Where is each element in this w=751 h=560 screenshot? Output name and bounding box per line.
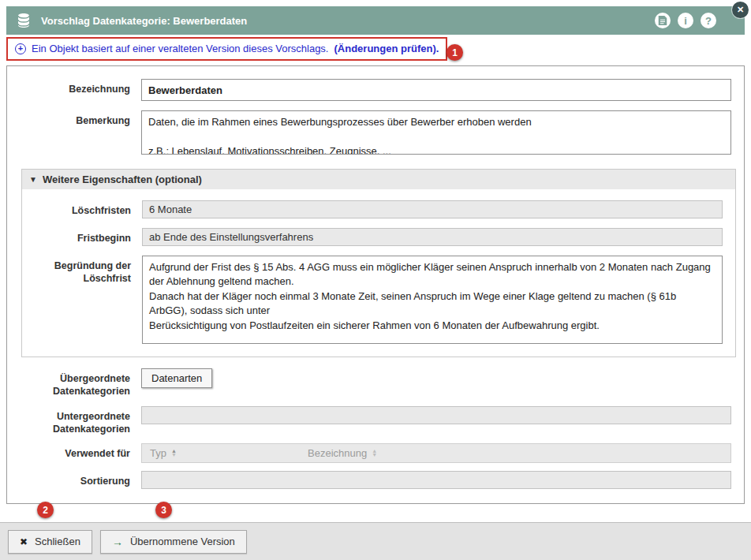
- notice-bar: + Ein Objekt basiert auf einer veraltete…: [6, 37, 745, 61]
- arrow-right-icon: →: [112, 536, 123, 548]
- weitere-eigenschaften-section: ▼ Weitere Eigenschaften (optional) Lösch…: [21, 169, 736, 357]
- untergeordnete-label: Untergeordnete Datenkategorien: [7, 406, 141, 436]
- close-x-icon: ✖: [20, 536, 28, 547]
- loeschfristen-row: Löschfristen: [22, 200, 735, 218]
- footer-toolbar: ✖ Schließen → Übernommene Version: [0, 522, 751, 560]
- uebergeordnete-label: Übergeordnete Datenkategorien: [7, 368, 141, 398]
- annotation-badge-2: 2: [37, 502, 54, 518]
- dialog-header: Vorschlag Datenkategorie: Bewerberdaten …: [6, 6, 745, 35]
- schliessen-button[interactable]: ✖ Schließen: [8, 530, 92, 554]
- vorschlag-datenkategorie-dialog: Vorschlag Datenkategorie: Bewerberdaten …: [6, 6, 745, 504]
- uebernommene-version-button[interactable]: → Übernommene Version: [100, 530, 247, 554]
- begruendung-label: Begründung der Löschfrist: [22, 256, 142, 344]
- column-header-bezeichnung[interactable]: Bezeichnung ▲▼: [300, 447, 377, 459]
- close-dialog-icon[interactable]: ✕: [732, 2, 749, 18]
- verwendet-fuer-label: Verwendet für: [7, 443, 141, 463]
- fristbeginn-input: [142, 228, 723, 246]
- bemerkung-label: Bemerkung: [7, 110, 141, 155]
- fristbeginn-row: Fristbeginn: [22, 228, 735, 246]
- column-header-typ[interactable]: Typ ▲▼: [142, 447, 300, 459]
- help-icon[interactable]: ?: [701, 13, 716, 28]
- dialog-title: Vorschlag Datenkategorie: Bewerberdaten: [41, 15, 247, 27]
- untergeordnete-input: [141, 406, 731, 424]
- document-icon[interactable]: [655, 13, 671, 28]
- sortierung-input: [141, 471, 731, 489]
- sort-icon-typ: ▲▼: [171, 450, 177, 456]
- info-icon[interactable]: i: [678, 13, 693, 28]
- bezeichnung-input[interactable]: [141, 79, 731, 101]
- weitere-eigenschaften-header[interactable]: ▼ Weitere Eigenschaften (optional): [22, 170, 735, 189]
- schliessen-button-label: Schließen: [35, 536, 80, 547]
- form-panel: Bezeichnung Bemerkung Daten, die im Rahm…: [6, 65, 745, 504]
- header-actions: i ?: [655, 13, 735, 28]
- uebernommene-version-label: Übernommene Version: [130, 536, 235, 547]
- begruendung-textarea[interactable]: Aufgrund der Frist des § 15 Abs. 4 AGG m…: [142, 256, 723, 344]
- database-icon: [16, 13, 32, 28]
- loeschfristen-label: Löschfristen: [22, 200, 142, 218]
- bemerkung-textarea[interactable]: Daten, die im Rahmen eines Bewerbungspro…: [141, 110, 731, 155]
- annotation-badge-3: 3: [155, 502, 172, 518]
- update-icon: +: [15, 43, 26, 54]
- datenarten-button[interactable]: Datenarten: [141, 368, 212, 388]
- outdated-version-notice: + Ein Objekt basiert auf einer veraltete…: [6, 37, 447, 61]
- notice-text: Ein Objekt basiert auf einer veralteten …: [32, 43, 329, 54]
- begruendung-row: Begründung der Löschfrist Aufgrund der F…: [22, 256, 735, 344]
- fristbeginn-label: Fristbeginn: [22, 228, 142, 246]
- bemerkung-row: Bemerkung Daten, die im Rahmen eines Bew…: [7, 110, 744, 155]
- verwendet-fuer-row: Verwendet für Typ ▲▼ Bezeichnung ▲▼: [7, 443, 744, 463]
- weitere-eigenschaften-body: Löschfristen Fristbeginn Begründung der …: [22, 189, 735, 357]
- check-changes-link[interactable]: (Änderungen prüfen).: [334, 43, 439, 54]
- sortierung-row: Sortierung: [7, 471, 744, 489]
- loeschfristen-input: [142, 200, 723, 218]
- verwendet-fuer-table-header: Typ ▲▼ Bezeichnung ▲▼: [141, 443, 731, 463]
- untergeordnete-row: Untergeordnete Datenkategorien: [7, 406, 744, 436]
- sortierung-label: Sortierung: [7, 471, 141, 489]
- bezeichnung-label: Bezeichnung: [7, 79, 141, 101]
- annotation-badge-1: 1: [446, 44, 463, 61]
- collapse-caret-icon: ▼: [29, 175, 37, 184]
- sort-icon-bezeichnung: ▲▼: [372, 450, 377, 456]
- bezeichnung-row: Bezeichnung: [7, 79, 744, 101]
- weitere-eigenschaften-title: Weitere Eigenschaften (optional): [43, 174, 202, 185]
- uebergeordnete-row: Übergeordnete Datenkategorien Datenarten: [7, 368, 744, 398]
